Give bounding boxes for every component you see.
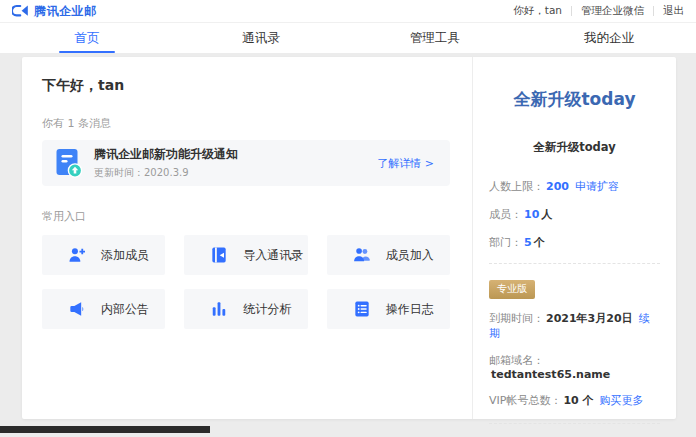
plan-badge: 专业版 [489, 280, 535, 299]
shortcuts-section-label: 常用入口 [42, 209, 450, 224]
plan-expiry-value: 2021年3月20日 [546, 312, 633, 325]
page-root: 腾讯企业邮 你好，tan 管理企业微信 退出 首页 通讯录 管理工具 我的企业 … [0, 0, 696, 437]
upgrade-banner[interactable]: 全新升级today [489, 88, 660, 111]
mail-domain-value: tedtantest65.name [491, 368, 610, 381]
divider [489, 423, 660, 424]
notice-title: 腾讯企业邮新功能升级通知 [94, 146, 238, 163]
stat-label: 人数上限： [489, 180, 544, 193]
notice-texts: 腾讯企业邮新功能升级通知 更新时间：2020.3.9 [94, 146, 238, 180]
upgrade-document-icon [55, 148, 82, 178]
upgrade-banner-subtitle: 全新升级today [489, 140, 660, 155]
page-greeting: 下午好，tan [42, 77, 450, 95]
stat-departments: 部门：5个 [489, 235, 660, 250]
stat-value: 5 [524, 236, 532, 249]
tab-home-label: 首页 [75, 30, 100, 47]
tab-admin-tools-label: 管理工具 [410, 30, 460, 47]
tab-contacts[interactable]: 通讯录 [174, 23, 348, 53]
learn-more-link[interactable]: 了解详情 > [377, 156, 434, 171]
tab-home[interactable]: 首页 [0, 23, 174, 53]
stat-members: 成员：10人 [489, 207, 660, 222]
stat-unit: 人 [541, 208, 552, 221]
stat-value: 200 [546, 180, 569, 193]
vip-count-value: 10 个 [563, 394, 593, 407]
shortcut-label: 内部公告 [101, 301, 149, 318]
logout-link[interactable]: 退出 [663, 4, 684, 18]
stat-member-limit: 人数上限：200申请扩容 [489, 179, 660, 194]
sidebar-column: 全新升级today 全新升级today 人数上限：200申请扩容 成员：10人 … [472, 57, 676, 419]
upgrade-notice-item[interactable]: 腾讯企业邮新功能升级通知 更新时间：2020.3.9 了解详情 > [42, 140, 450, 186]
divider [653, 6, 654, 16]
divider [571, 6, 572, 16]
user-greeting-link[interactable]: 你好，tan [513, 4, 562, 18]
shortcut-announcement[interactable]: 内部公告 [42, 289, 165, 329]
plan-label: 到期时间： [489, 312, 544, 325]
shortcut-add-member[interactable]: 添加成员 [42, 235, 165, 275]
plan-label: VIP帐号总数： [489, 394, 561, 407]
divider [489, 263, 660, 264]
content-card: 下午好，tan 你有 1 条消息 腾讯企业邮新功能升级通知 更新时间：2020.… [22, 57, 676, 419]
main-column: 下午好，tan 你有 1 条消息 腾讯企业邮新功能升级通知 更新时间：2020.… [22, 57, 472, 419]
operation-log-icon [352, 299, 372, 319]
expand-capacity-link[interactable]: 申请扩容 [575, 180, 619, 193]
shortcut-import-contacts[interactable]: 导入通讯录 [184, 235, 307, 275]
plan-vip-row: VIP帐号总数：10 个购买更多 [489, 393, 660, 408]
stat-label: 成员： [489, 208, 522, 221]
statistics-icon [209, 299, 229, 319]
top-links: 你好，tan 管理企业微信 退出 [513, 4, 684, 18]
plan-label: 邮箱域名： [489, 354, 544, 367]
announcement-icon [67, 299, 87, 319]
shortcut-statistics[interactable]: 统计分析 [184, 289, 307, 329]
active-tab-underline [59, 51, 115, 53]
plan-domain-row: 邮箱域名：tedtantest65.name [489, 353, 660, 381]
exmail-logo-icon [12, 4, 29, 18]
org-stats: 人数上限：200申请扩容 成员：10人 部门：5个 [489, 179, 660, 250]
messages-count-label: 你有 1 条消息 [42, 116, 450, 131]
shortcut-label: 统计分析 [243, 301, 291, 318]
stat-unit: 个 [534, 236, 545, 249]
tab-admin-tools[interactable]: 管理工具 [348, 23, 522, 53]
shortcut-member-join[interactable]: 成员加入 [327, 235, 450, 275]
top-bar: 腾讯企业邮 你好，tan 管理企业微信 退出 [0, 0, 696, 23]
shortcut-label: 成员加入 [386, 247, 434, 264]
shortcut-operation-log[interactable]: 操作日志 [327, 289, 450, 329]
manage-wechat-link[interactable]: 管理企业微信 [581, 4, 644, 18]
notice-updated-time: 更新时间：2020.3.9 [94, 166, 238, 180]
shortcut-label: 操作日志 [386, 301, 434, 318]
stat-value: 10 [524, 208, 539, 221]
app-logo[interactable]: 腾讯企业邮 [12, 3, 97, 20]
stat-label: 部门： [489, 236, 522, 249]
tab-my-company-label: 我的企业 [584, 30, 634, 47]
shortcut-label: 添加成员 [101, 247, 149, 264]
logo-text: 腾讯企业邮 [34, 3, 97, 20]
tab-my-company[interactable]: 我的企业 [522, 23, 696, 53]
tab-contacts-label: 通讯录 [242, 30, 280, 47]
plan-expiry-row: 到期时间：2021年3月20日续期 [489, 311, 660, 341]
bottom-dark-bar [0, 426, 210, 433]
shortcut-label: 导入通讯录 [243, 247, 303, 264]
nav-bar: 首页 通讯录 管理工具 我的企业 [0, 23, 696, 53]
shortcut-grid: 添加成员 导入通讯录 [42, 235, 450, 329]
add-member-icon [67, 245, 87, 265]
buy-more-link[interactable]: 购买更多 [600, 394, 644, 407]
import-contacts-icon [209, 245, 229, 265]
member-join-icon [352, 245, 372, 265]
